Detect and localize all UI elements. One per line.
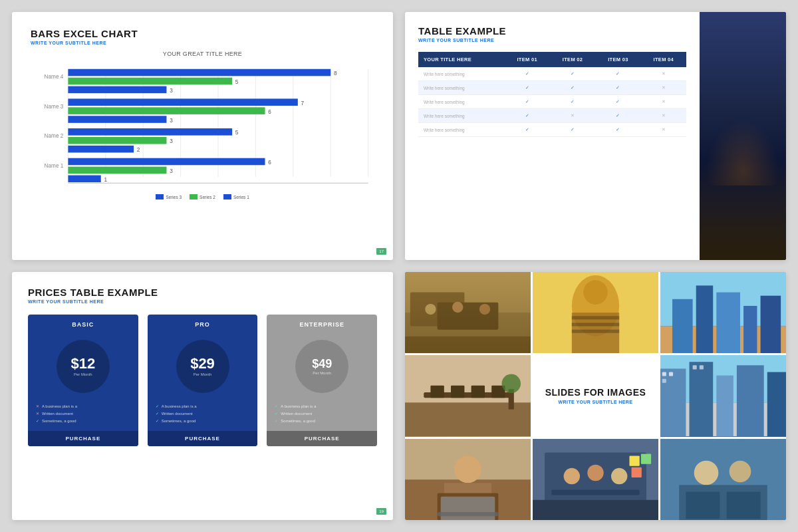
svg-text:5: 5 — [235, 79, 239, 85]
svg-rect-116 — [727, 491, 761, 519]
svg-rect-23 — [68, 116, 166, 123]
slide2-image — [700, 12, 786, 260]
svg-rect-29 — [68, 146, 134, 153]
img-buildings — [660, 272, 786, 353]
svg-text:4: 4 — [217, 186, 219, 186]
svg-rect-76 — [471, 386, 485, 398]
slide-bars-chart: BARS EXCEL CHART WRITE YOUR SUBTITLE HER… — [12, 12, 393, 260]
table-cell-check: ✓ — [595, 109, 640, 123]
table-row: Write here something✓✓✓✕ — [418, 123, 686, 137]
card-basic-name: BASIC — [28, 315, 138, 334]
svg-rect-89 — [662, 379, 666, 383]
table-cell-check: ✕ — [550, 109, 595, 123]
svg-rect-109 — [632, 467, 642, 477]
bars-svg: Name 4 Name 3 Name 2 Name 1 8 5 3 — [31, 61, 374, 186]
card-basic-circle: $12 Per Month — [57, 340, 110, 393]
img-meeting-room — [533, 439, 658, 520]
img-modern-room — [405, 355, 531, 436]
svg-text:Name 2: Name 2 — [45, 133, 64, 139]
svg-rect-65 — [672, 299, 693, 354]
feature-ent-2: ✓ Written document — [275, 411, 369, 416]
svg-rect-15 — [68, 78, 232, 85]
table-cell-text: Write here something — [418, 95, 505, 109]
svg-text:Name 4: Name 4 — [45, 74, 64, 80]
table-wrapper: YOUR TITLE HERE ITEM 01 ITEM 02 ITEM 03 … — [418, 52, 686, 137]
slide-table-example: TABLE EXAMPLE WRITE YOUR SUBTITLE HERE Y… — [405, 12, 786, 260]
svg-point-53 — [479, 304, 490, 315]
svg-text:2: 2 — [137, 147, 140, 153]
card-basic-features: ✕ A business plan is a ✕ Written documen… — [28, 398, 138, 431]
svg-rect-68 — [743, 306, 757, 353]
svg-text:3: 3 — [170, 88, 173, 94]
pricing-card-enterprise: ENTERPRISE $49 Per Month ✓ A business pl… — [267, 315, 377, 446]
card-enterprise-features: ✓ A business plan is a ✓ Written documen… — [267, 398, 377, 431]
table-cell-check: ✕ — [641, 123, 686, 137]
svg-text:7: 7 — [301, 100, 305, 106]
svg-text:5: 5 — [254, 186, 257, 186]
svg-rect-105 — [551, 489, 640, 495]
card-basic-button[interactable]: PURCHASE — [28, 431, 138, 446]
card-enterprise-button[interactable]: PURCHASE — [267, 431, 377, 446]
card-enterprise-name: ENTERPRISE — [267, 315, 377, 334]
pricing-card-basic: BASIC $12 Per Month ✕ A business plan is… — [28, 315, 138, 446]
svg-rect-69 — [761, 296, 781, 354]
img-city-buildings — [660, 355, 786, 436]
bars-chart: Name 4 Name 3 Name 2 Name 1 8 5 3 — [31, 61, 374, 189]
feature-basic-2: ✕ Written document — [36, 411, 130, 416]
svg-rect-48 — [405, 313, 531, 353]
table-cell-text: Write here something — [418, 67, 505, 81]
legend-color-series2 — [190, 194, 198, 200]
svg-rect-21 — [68, 107, 265, 114]
svg-text:6: 6 — [268, 109, 271, 115]
table-cell-check: ✓ — [505, 81, 550, 95]
svg-text:1: 1 — [104, 186, 107, 186]
svg-rect-108 — [641, 454, 651, 464]
svg-rect-91 — [700, 366, 704, 370]
svg-rect-47 — [405, 272, 531, 353]
svg-rect-75 — [451, 386, 464, 398]
card-pro-button[interactable]: PURCHASE — [148, 431, 258, 446]
chart-legend: Series 3 Series 2 Series 1 — [31, 194, 374, 200]
svg-rect-106 — [533, 499, 658, 520]
svg-rect-17 — [68, 86, 166, 94]
col-header-item02: ITEM 02 — [550, 52, 595, 67]
svg-text:3: 3 — [170, 138, 173, 144]
svg-rect-60 — [572, 316, 619, 319]
img-woman-laptop — [405, 439, 531, 520]
svg-text:2: 2 — [142, 186, 144, 186]
slide2-title: TABLE EXAMPLE — [418, 25, 686, 37]
svg-rect-84 — [716, 376, 733, 437]
table-row: Write here something✓✓✓✕ — [418, 95, 686, 109]
example-table: YOUR TITLE HERE ITEM 01 ITEM 02 ITEM 03 … — [418, 52, 686, 137]
card-enterprise-circle: $49 Per Month — [295, 340, 348, 393]
svg-rect-13 — [68, 69, 331, 76]
svg-point-52 — [452, 302, 463, 313]
table-row: Write here something✓✓✓✕ — [418, 81, 686, 95]
svg-point-51 — [425, 304, 436, 315]
svg-rect-54 — [405, 336, 531, 353]
card-pro-circle: $29 Per Month — [176, 340, 229, 393]
table-cell-check: ✓ — [595, 81, 640, 95]
card-basic-price: $12 — [70, 356, 95, 371]
svg-text:1: 1 — [104, 177, 107, 183]
svg-rect-33 — [68, 167, 166, 174]
legend-item-series3: Series 3 — [156, 194, 182, 200]
svg-point-58 — [583, 280, 608, 305]
feature-basic-3: ✓ Sometimes, a good — [36, 418, 130, 423]
col-header-item01: ITEM 01 — [505, 52, 550, 67]
svg-rect-85 — [737, 366, 764, 437]
col-header-item04: ITEM 04 — [641, 52, 686, 67]
svg-rect-62 — [572, 330, 619, 333]
svg-rect-88 — [669, 372, 673, 376]
feature-pro-3: ✓ Sometimes, a good — [156, 418, 250, 423]
table-cell-check: ✓ — [550, 67, 595, 81]
svg-point-94 — [454, 456, 481, 483]
svg-rect-27 — [68, 137, 166, 144]
table-cell-check: ✕ — [641, 67, 686, 81]
table-cell-check: ✓ — [595, 95, 640, 109]
card-pro-period: Per Month — [194, 372, 212, 376]
svg-rect-82 — [660, 369, 686, 437]
svg-point-79 — [501, 374, 521, 394]
svg-point-113 — [730, 460, 751, 482]
img-woman-stripes — [533, 272, 658, 353]
